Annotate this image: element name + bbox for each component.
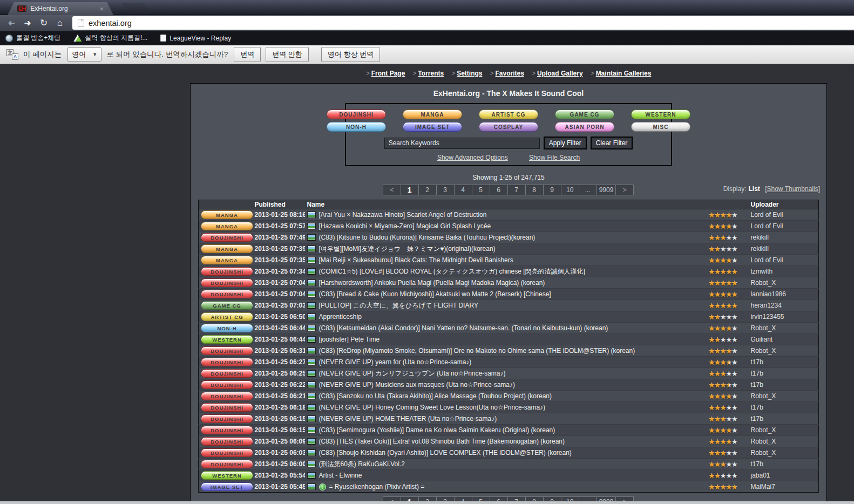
gallery-title-link[interactable]: [PULLTOP] この大空に、翼をひろげて FLIGHT DIARY (319, 301, 478, 310)
category-button-manga[interactable]: MANGA (403, 110, 462, 119)
uploader-link[interactable]: t17b (751, 415, 763, 423)
pager-page-4[interactable]: 4 (454, 185, 472, 195)
nav-link-maintain-galleries[interactable]: Maintain Galleries (596, 70, 652, 77)
uploader-link[interactable]: Robot_X (751, 347, 776, 355)
pager-ellipsis[interactable]: ... (579, 185, 597, 195)
row-category-badge[interactable]: DOUJINSHI (201, 278, 253, 287)
pager-prev[interactable]: < (383, 185, 401, 195)
row-category-badge[interactable]: DOUJINSHI (201, 358, 253, 366)
no-translate-button[interactable]: 번역 안함 (266, 47, 309, 62)
row-category-badge[interactable]: WESTERN (201, 471, 253, 480)
uploader-link[interactable]: Robot_X (751, 426, 776, 434)
gallery-title-link[interactable]: (NEVER GIVE UP) HOME THEATER (Uta no☆Pri… (319, 415, 497, 423)
gallery-title-link[interactable]: (C83) [TIES (Takei Ooki)] Extra! vol.08 … (319, 438, 565, 445)
show-file-search-link[interactable]: Show File Search (529, 154, 580, 161)
uploader-link[interactable]: rekikill (751, 234, 769, 241)
nav-link-settings[interactable]: Settings (457, 70, 482, 77)
language-select[interactable]: 영어 ▼ (67, 47, 101, 62)
row-category-badge[interactable]: MANGA (201, 222, 253, 230)
gallery-title-link[interactable]: (NEVER GIVE UP) カンリフジュウブン (Uta no☆Prince… (319, 369, 506, 378)
category-button-doujinshi[interactable]: DOUJINSHI (327, 110, 386, 119)
pager-next[interactable]: > (615, 185, 634, 195)
browser-tab[interactable]: EH ExHentai.org × (8, 2, 113, 15)
row-category-badge[interactable]: DOUJINSHI (201, 290, 253, 298)
gallery-title-link[interactable]: [jooshster] Pete Time (319, 336, 380, 343)
pager-page-10[interactable]: 10 (561, 185, 579, 195)
uploader-link[interactable]: heran1234 (751, 302, 782, 309)
uploader-link[interactable]: MaiMai7 (751, 483, 775, 491)
pager-page-1[interactable]: 1 (401, 185, 419, 195)
new-tab-button[interactable] (121, 3, 152, 13)
back-button-icon[interactable]: ➜ (4, 17, 18, 30)
uploader-link[interactable]: lanniao1986 (751, 290, 786, 298)
row-category-badge[interactable]: DOUJINSHI (201, 426, 253, 434)
uploader-link[interactable]: Robot_X (751, 392, 776, 400)
row-category-badge[interactable]: ARTIST CG (201, 312, 253, 321)
gallery-title-link[interactable]: (C83) [ReDrop (Miyamoto Smoke, Otsumami)… (319, 347, 635, 355)
row-category-badge[interactable]: MANGA (201, 210, 253, 219)
row-category-badge[interactable]: IMAGE SET (201, 482, 253, 491)
uploader-link[interactable]: t17b (751, 370, 763, 377)
show-thumbnails-link[interactable]: [Show Thumbnails] (765, 185, 820, 193)
row-category-badge[interactable]: WESTERN (201, 335, 253, 344)
category-button-asian-porn[interactable]: ASIAN PORN (555, 122, 614, 132)
uploader-link[interactable]: Lord of Evil (751, 211, 783, 219)
uploader-link[interactable]: Robot_X (751, 324, 776, 332)
pager-page-3[interactable]: 3 (436, 185, 455, 195)
home-button-icon[interactable]: ⌂ (53, 17, 67, 30)
uploader-link[interactable]: t17b (751, 404, 763, 411)
row-category-badge[interactable]: DOUJINSHI (201, 437, 253, 446)
gallery-title-link[interactable]: [Arai Yuu × Nakazawa Hinoto] Scarlet Ang… (319, 211, 487, 219)
reload-button-icon[interactable]: ↻ (37, 17, 51, 30)
gallery-title-link[interactable]: = Ryuseikenhogan (Pixiv Artist) = (329, 483, 425, 491)
uploader-link[interactable]: t17b (751, 460, 763, 468)
row-category-badge[interactable]: DOUJINSHI (201, 414, 253, 423)
gallery-title-link[interactable]: (C83) [Kitsune to Budou (Kurona)] Kirisa… (319, 234, 536, 241)
tab-close-icon[interactable]: × (99, 5, 104, 13)
row-category-badge[interactable]: NON-H (201, 324, 253, 332)
uploader-link[interactable]: Robot_X (751, 449, 776, 457)
uploader-link[interactable]: Robot_X (751, 438, 776, 445)
uploader-link[interactable]: rekikill (751, 245, 769, 253)
category-button-game-cg[interactable]: GAME CG (555, 110, 614, 119)
category-button-image-set[interactable]: IMAGE SET (403, 122, 462, 132)
nav-link-front-page[interactable]: Front Page (371, 70, 405, 77)
row-category-badge[interactable]: DOUJINSHI (201, 460, 253, 468)
gallery-title-link[interactable]: (C83) [Sanzoku no Uta (Takara Akihito)] … (319, 392, 552, 400)
gallery-title-link[interactable]: (NEVER GIVE UP) Honey Coming Sweet Love … (319, 404, 546, 411)
category-button-western[interactable]: WESTERN (631, 110, 690, 119)
pager-page-2[interactable]: 2 (418, 185, 437, 195)
gallery-title-link[interactable]: (C83) [Shoujo Kishidan (Oyari Ashito)] L… (319, 449, 572, 457)
nav-link-torrents[interactable]: Torrents (418, 70, 444, 77)
gallery-title-link[interactable]: (C83) [Semimogura (Yoshiie)] Dame na Ko … (319, 426, 555, 434)
row-category-badge[interactable]: MANGA (201, 244, 253, 253)
translate-button[interactable]: 번역 (234, 47, 261, 62)
gallery-title-link[interactable]: (C83) [Bread & Cake (Kuon Michiyoshi)] A… (319, 290, 551, 298)
nav-link-upload-gallery[interactable]: Upload Gallery (537, 70, 583, 77)
row-category-badge[interactable]: DOUJINSHI (201, 267, 253, 276)
gallery-title-link[interactable]: [Harshwordsworth] Ankoku Puella Magi (Pu… (319, 279, 545, 287)
gallery-title-link[interactable]: Artist - Elwinne (319, 472, 362, 479)
pager-page-9[interactable]: 9 (543, 185, 561, 195)
category-button-artist-cg[interactable]: ARTIST CG (479, 110, 538, 119)
forward-button-icon[interactable]: ➜ (21, 17, 35, 30)
pager-page-8[interactable]: 8 (525, 185, 544, 195)
gallery-title-link[interactable]: (COMIC1☆5) [LOVE#] BLOOD ROYAL (タクティクスオウ… (319, 267, 585, 276)
row-category-badge[interactable]: DOUJINSHI (201, 392, 253, 400)
clear-filter-button[interactable]: Clear Filter (591, 137, 633, 149)
uploader-link[interactable]: Lord of Evil (751, 256, 783, 264)
gallery-title-link[interactable]: (C83) [Ketsumeidan (Akai Condor)] Nani Y… (319, 324, 608, 332)
uploader-link[interactable]: Guiliant (751, 336, 773, 343)
row-category-badge[interactable]: GAME CG (201, 301, 253, 310)
bookmark-item[interactable]: 실력 향상의 지름길!... (73, 33, 147, 43)
row-category-badge[interactable]: DOUJINSHI (201, 233, 253, 242)
pager-page-9909[interactable]: 9909 (597, 185, 616, 195)
show-advanced-options-link[interactable]: Show Advanced Options (437, 154, 508, 161)
gallery-title-link[interactable]: [Mai Reiji × Sukesaburou] Black Cats: Th… (319, 256, 513, 264)
pager-page-7[interactable]: 7 (507, 185, 526, 195)
pager-page-6[interactable]: 6 (490, 185, 508, 195)
category-button-non-h[interactable]: NON-H (327, 122, 386, 132)
uploader-link[interactable]: tzmwlth (751, 268, 773, 275)
always-translate-button[interactable]: 영어 항상 번역 (321, 47, 380, 62)
uploader-link[interactable]: jaba01 (751, 472, 770, 479)
